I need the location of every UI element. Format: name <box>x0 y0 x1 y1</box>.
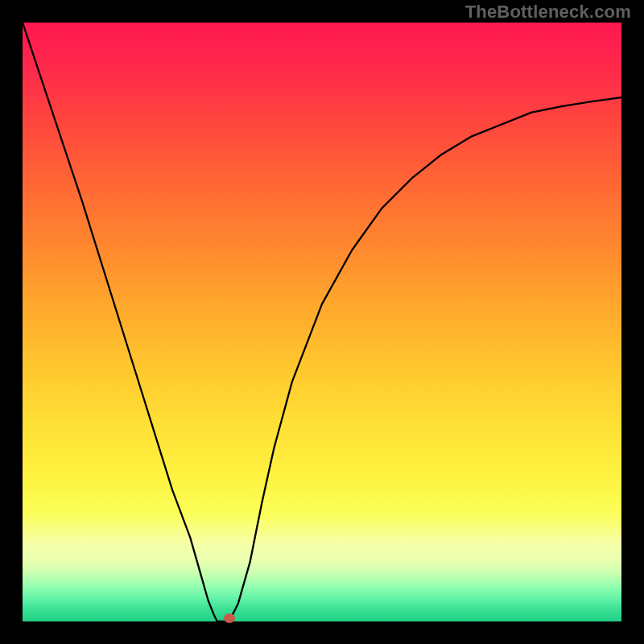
optimum-marker <box>224 613 235 623</box>
line-series <box>23 23 621 621</box>
plot-area <box>23 23 621 621</box>
chart-frame: TheBottleneck.com <box>0 0 644 644</box>
watermark-text: TheBottleneck.com <box>465 2 631 23</box>
bottleneck-curve-path <box>23 23 621 621</box>
